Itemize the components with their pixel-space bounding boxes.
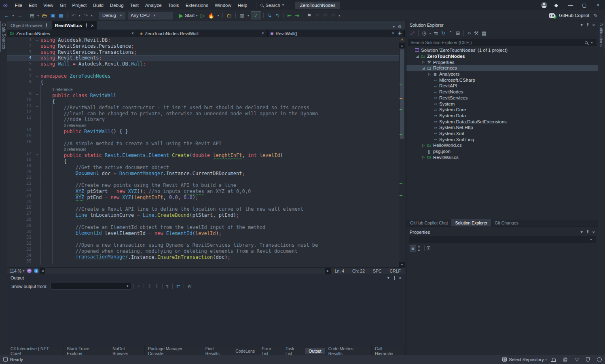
window-position-dropdown[interactable]: ▼ — [580, 23, 584, 27]
code-line[interactable]: 14public RevitWall() { } — [7, 127, 399, 133]
search-button[interactable]: Search ▼ — [256, 2, 288, 8]
tab-revitwall-cs[interactable]: RevitWall.cs × — [52, 21, 97, 30]
tree-item-references[interactable]: ◢▤References — [406, 65, 598, 71]
panel-tab-github-copilot-chat[interactable]: GitHub Copilot Chat — [406, 219, 451, 226]
scroll-down-button[interactable]: ▼ — [399, 262, 405, 267]
new-window-dropdown[interactable]: ▼ — [246, 14, 251, 17]
health-indicator-icon[interactable]: ● — [34, 269, 38, 273]
toggle-bookmark-button[interactable]: ⚑ — [305, 13, 313, 19]
tree-item-properties[interactable]: ▷⚒Properties — [406, 59, 598, 65]
expand-arrow-icon[interactable]: ▷ — [421, 60, 426, 64]
notifications-vertical-tab[interactable]: Notifications — [598, 21, 605, 49]
toolbar-overflow-button[interactable]: ▼ — [337, 14, 342, 17]
code-line[interactable]: 35 — [7, 258, 399, 265]
codelens-row[interactable]: 0 references — [7, 145, 399, 151]
menu-test[interactable]: Test — [127, 3, 142, 8]
line-ending-indicator[interactable]: CRLF — [390, 269, 401, 273]
menu-debug[interactable]: Debug — [107, 3, 127, 8]
timestamp-icon[interactable]: ◴ — [186, 284, 193, 289]
properties-icon[interactable]: ⚒ — [472, 30, 480, 36]
maximize-button[interactable]: ▢ — [578, 0, 591, 10]
tree-item-system-data[interactable]: ∘▫System.Data — [406, 113, 598, 119]
menu-tools[interactable]: Tools — [165, 3, 182, 8]
tree-item-solution-zerotouchnodes-1-of-1-project[interactable]: Solution 'ZeroTouchNodes' (1 of 1 projec… — [406, 47, 598, 53]
member-dropdown[interactable]: ▣ RevitWall()▼ ✚ — [268, 30, 405, 37]
code-line[interactable]: 6 — [7, 67, 399, 73]
tree-item-pkg-json[interactable]: {}pkg.json — [406, 148, 598, 154]
code-line[interactable]: 19//Get the active document object — [7, 163, 399, 169]
code-line[interactable]: 15 — [7, 133, 399, 139]
solution-platform-dropdown[interactable]: Any CPU▼ — [128, 12, 173, 19]
tree-item-system-core[interactable]: ∘▫System.Core — [406, 107, 598, 113]
pin-icon[interactable] — [45, 23, 49, 28]
code-line[interactable]: 33//opened when creating, modifying or d… — [7, 247, 399, 253]
solution-configuration-dropdown[interactable]: Debug▼ — [99, 12, 125, 19]
code-line[interactable]: 23XYZ ptStart = new XYZ(); //no inputs c… — [7, 187, 399, 193]
code-line[interactable]: 21 — [7, 175, 399, 181]
previous-bookmark-button[interactable]: ⚐ — [313, 13, 322, 19]
solution-explorer-search[interactable]: Search Solution Explorer (Ctrl+;) ▼ — [408, 39, 597, 46]
undo-dropdown[interactable]: ▼ — [77, 14, 82, 17]
spaces-indicator[interactable]: SPC — [373, 269, 382, 273]
close-panel-icon[interactable]: × — [592, 230, 595, 235]
feedback-at-icon[interactable]: @ — [563, 357, 568, 362]
redo-button[interactable]: ↷ — [82, 13, 89, 19]
account-circle-icon[interactable] — [597, 357, 602, 362]
find-in-files-button[interactable]: 🗀 — [225, 13, 233, 19]
tool-tab-output[interactable]: Output — [305, 348, 325, 354]
code-line[interactable]: 18{ — [7, 157, 399, 163]
new-window-button[interactable]: ▥ — [238, 13, 246, 19]
code-line[interactable]: 20Document doc = DocumentManager.Instanc… — [7, 169, 399, 175]
scroll-right-button[interactable]: ▶ — [325, 268, 331, 274]
codelens-row[interactable]: 1 reference — [7, 85, 399, 91]
feedback-gem-icon[interactable]: ◆ — [554, 2, 558, 8]
tree-item-helloworld-cs[interactable]: ▷C#HelloWorld.cs — [406, 142, 598, 148]
document-well-dropdown[interactable]: ▼ — [391, 25, 396, 28]
pin-icon[interactable] — [586, 230, 590, 234]
collapse-arrow-icon[interactable]: ◢ — [415, 55, 420, 58]
previous-message-icon[interactable]: ⇧ — [146, 284, 153, 289]
tree-item-microsoft-csharp[interactable]: ∘▫Microsoft.CSharp — [406, 77, 598, 83]
menu-view[interactable]: View — [40, 3, 57, 8]
search-options-caret[interactable]: ▼ — [590, 41, 594, 44]
close-panel-icon[interactable]: × — [592, 23, 595, 28]
code-line[interactable]: 3using RevitServices.Transactions; — [7, 49, 399, 55]
code-line[interactable]: 30ElementId levelElementId = new Element… — [7, 229, 399, 235]
background-tasks-icon[interactable] — [3, 357, 8, 362]
tree-item-system-xml-linq[interactable]: ∘▫System.Xml.Linq — [406, 136, 598, 142]
save-all-button[interactable]: ▦ — [57, 13, 65, 19]
tree-item-system-data-datasetextensions[interactable]: ∘▫System.Data.DataSetExtensions — [406, 119, 598, 125]
output-source-dropdown[interactable]: ▼ — [51, 283, 131, 290]
data-sources-vertical-tab[interactable]: Data Sources — [0, 21, 7, 52]
categorized-view-icon[interactable]: ▦ — [410, 245, 416, 252]
code-line[interactable]: 31 — [7, 235, 399, 241]
menu-file[interactable]: File — [12, 3, 26, 8]
start-debugging-button[interactable]: Start — [185, 13, 195, 18]
zoom-level-dropdown[interactable]: 114 % — [10, 269, 21, 273]
code-editor[interactable]: 1›using Autodesk.Revit.DB;2using RevitSe… — [7, 37, 399, 267]
tree-item-analyzers[interactable]: ▷≣Analyzers — [406, 71, 598, 77]
code-line[interactable]: 17›public static Revit.Elements.Element … — [7, 151, 399, 157]
hot-reload-dropdown[interactable]: ▼ — [216, 14, 220, 17]
split-window-icon[interactable]: ✚ — [398, 31, 402, 36]
vertical-scrollbar[interactable]: ⚠ ▲ ▼ — [399, 37, 405, 267]
start-without-debugging-button[interactable]: ▷ — [199, 13, 206, 19]
code-line[interactable]: 7›namespace ZeroTouchNodes — [7, 73, 399, 79]
code-line[interactable]: 22//Create new points using the Revit AP… — [7, 181, 399, 187]
tree-item-system-net-http[interactable]: ∘▫System.Net.Http — [406, 125, 598, 131]
scroll-left-button[interactable]: ◀ — [40, 268, 45, 274]
expand-arrow-icon[interactable]: ▷ — [421, 144, 426, 147]
column-indicator[interactable]: Ch: 22 — [352, 269, 365, 273]
pending-changes-filter-icon[interactable]: ◷ — [421, 30, 428, 36]
tree-item-zerotouchnodes[interactable]: ◢C#ZeroTouchNodes — [406, 53, 598, 59]
show-all-files-icon[interactable]: ▤ — [480, 30, 488, 36]
code-line[interactable]: 4using Revit.Elements; — [7, 55, 399, 61]
code-line[interactable]: 9›public class RevitWall — [7, 91, 399, 97]
pin-icon[interactable] — [85, 23, 88, 28]
output-content[interactable] — [7, 291, 405, 339]
fold-chevron-icon[interactable]: › — [34, 103, 40, 109]
window-position-dropdown[interactable]: ▼ — [387, 276, 390, 280]
attach-to-process-button[interactable]: ↳ — [266, 13, 273, 19]
fold-chevron-icon[interactable]: › — [34, 151, 40, 157]
save-button[interactable]: ▣ — [49, 13, 57, 19]
